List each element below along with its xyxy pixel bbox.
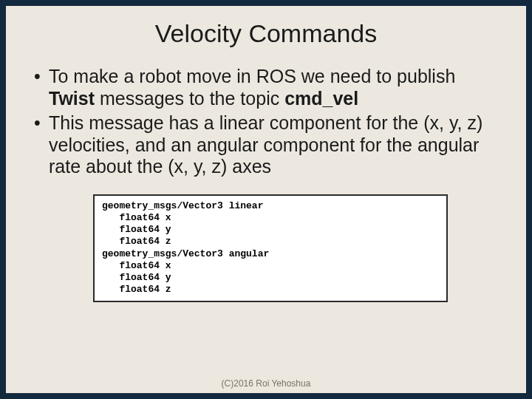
bullet-item: This message has a linear component for … [33,112,504,178]
bullet-bold: cmd_vel [284,88,358,109]
bullet-text: To make a robot move in ROS we need to p… [49,66,455,86]
slide: Velocity Commands To make a robot move i… [6,6,526,393]
slide-title: Velocity Commands [28,19,504,48]
code-block: geometry_msgs/Vector3 linear float64 x f… [93,194,448,302]
bullet-text: messages to the topic [95,88,284,109]
bullet-text: This message has a linear component for … [49,112,482,177]
slide-footer: (C)2016 Roi Yehoshua [6,378,526,389]
bullet-item: To make a robot move in ROS we need to p… [33,66,504,109]
bullet-bold: Twist [49,88,95,109]
bullet-list: To make a robot move in ROS we need to p… [28,66,504,181]
